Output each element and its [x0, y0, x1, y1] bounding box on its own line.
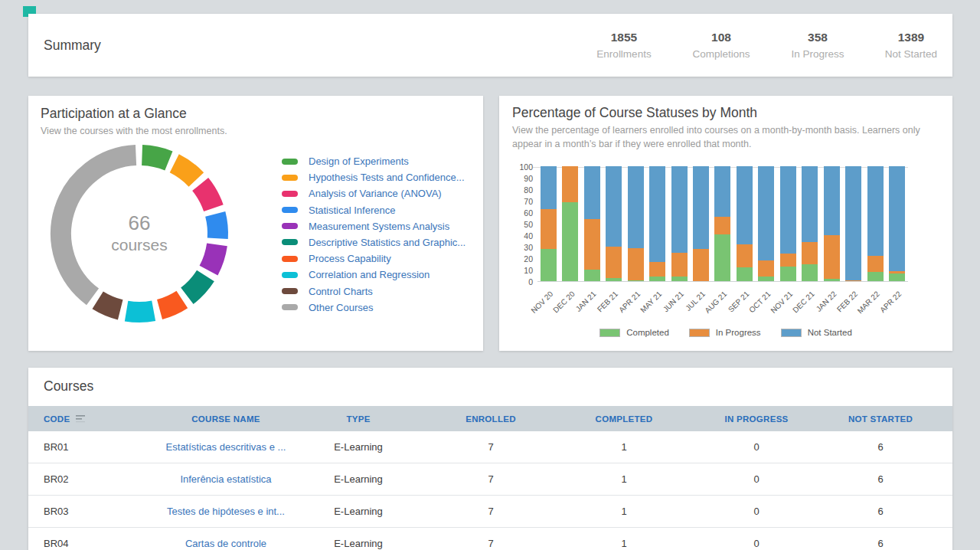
summary-stat: 358In Progress: [764, 31, 871, 60]
column-header-in-progress[interactable]: IN PROGRESS: [682, 414, 831, 424]
stacked-bar[interactable]: [714, 166, 730, 281]
donut-segment[interactable]: [142, 156, 169, 161]
course-link[interactable]: Inferência estatística: [180, 473, 271, 485]
column-header-not-started[interactable]: NOT STARTED: [831, 414, 930, 424]
stacked-bar[interactable]: [693, 166, 709, 281]
legend-item-label[interactable]: Measurement Systems Analysis: [309, 221, 449, 232]
bar-segment-in-progress[interactable]: [606, 247, 622, 278]
bar-segment-in-progress[interactable]: [671, 253, 688, 277]
legend-item-label[interactable]: Analysis of Variance (ANOVA): [309, 188, 442, 199]
bar-segment-in-progress[interactable]: [824, 235, 840, 279]
stacked-bar[interactable]: [562, 166, 578, 281]
bar-segment-completed[interactable]: [758, 277, 774, 281]
bar-segment-completed[interactable]: [541, 249, 557, 281]
stacked-bar[interactable]: [780, 166, 796, 281]
bar-segment-in-progress[interactable]: [584, 219, 600, 270]
stacked-bar[interactable]: [889, 166, 905, 281]
bar-segment-completed[interactable]: [649, 277, 665, 281]
bar-segment-completed[interactable]: [628, 280, 644, 282]
bar-segment-in-progress[interactable]: [737, 244, 753, 267]
bar-segment-not-started[interactable]: [606, 166, 622, 247]
stacked-bar[interactable]: [758, 166, 774, 281]
bar-segment-not-started[interactable]: [758, 166, 774, 260]
bar-segment-completed[interactable]: [889, 273, 905, 282]
bar-segment-not-started[interactable]: [845, 166, 861, 280]
bar-segment-in-progress[interactable]: [758, 260, 774, 277]
bar-segment-not-started[interactable]: [693, 166, 709, 249]
donut-segment[interactable]: [175, 163, 197, 179]
bar-segment-in-progress[interactable]: [780, 254, 796, 267]
bar-segment-completed[interactable]: [714, 234, 730, 282]
stacked-bar[interactable]: [802, 166, 818, 281]
stacked-bar[interactable]: [541, 166, 557, 281]
bar-segment-not-started[interactable]: [649, 166, 665, 262]
bar-segment-not-started[interactable]: [737, 166, 753, 244]
bar-segment-in-progress[interactable]: [867, 256, 884, 272]
donut-segment[interactable]: [201, 184, 214, 208]
bar-segment-in-progress[interactable]: [541, 209, 557, 250]
course-link[interactable]: Cartas de controle: [185, 538, 266, 549]
bar-legend-swatch: [781, 329, 802, 337]
donut-segment[interactable]: [60, 156, 136, 297]
legend-item: Control Charts: [282, 286, 466, 296]
stacked-bar[interactable]: [824, 166, 840, 281]
bar-segment-completed[interactable]: [671, 277, 688, 281]
bar-segment-not-started[interactable]: [889, 166, 905, 271]
course-link[interactable]: Testes de hipóteses e int...: [167, 506, 285, 517]
donut-segment[interactable]: [187, 276, 205, 296]
bar-segment-completed[interactable]: [780, 267, 796, 282]
bar-segment-not-started[interactable]: [802, 166, 818, 242]
bar-segment-not-started[interactable]: [714, 166, 730, 217]
bar-segment-completed[interactable]: [606, 278, 622, 282]
bar-segment-not-started[interactable]: [824, 166, 840, 235]
column-header-course-name[interactable]: COURSE NAME: [151, 414, 301, 424]
legend-item-label[interactable]: Design of Experiments: [309, 156, 409, 167]
bar-segment-in-progress[interactable]: [562, 166, 578, 202]
stacked-bar[interactable]: [737, 166, 753, 281]
stacked-bar[interactable]: [649, 166, 665, 281]
column-header-enrolled[interactable]: ENROLLED: [416, 414, 566, 424]
legend-item-label[interactable]: Statistical Inference: [309, 205, 395, 216]
stacked-bar[interactable]: [867, 166, 884, 281]
donut-segment[interactable]: [126, 311, 154, 313]
bar-segment-in-progress[interactable]: [845, 280, 861, 282]
bar-segment-not-started[interactable]: [584, 166, 600, 219]
stacked-bar[interactable]: [628, 166, 644, 281]
bar-segment-in-progress[interactable]: [802, 242, 818, 264]
bar-segment-completed[interactable]: [584, 270, 600, 281]
bar-segment-completed[interactable]: [562, 202, 578, 282]
bar-segment-in-progress[interactable]: [693, 249, 709, 281]
bar-segment-not-started[interactable]: [628, 166, 644, 248]
sort-icon[interactable]: [76, 414, 86, 423]
donut-segment[interactable]: [98, 300, 121, 310]
stacked-bar[interactable]: [606, 166, 622, 281]
column-header-code[interactable]: CODE: [44, 414, 151, 424]
legend-item-label[interactable]: Control Charts: [309, 286, 373, 297]
column-header-type[interactable]: TYPE: [301, 414, 416, 424]
course-link[interactable]: Estatísticas descritivas e ...: [166, 441, 286, 453]
bar-segment-not-started[interactable]: [780, 166, 796, 254]
legend-item-label[interactable]: Other Courses: [309, 302, 374, 313]
bar-segment-not-started[interactable]: [867, 166, 884, 256]
bar-segment-completed[interactable]: [867, 272, 884, 281]
cell-course-name: Estatísticas descritivas e ...: [151, 441, 301, 453]
bar-segment-not-started[interactable]: [541, 166, 557, 209]
bar-segment-completed[interactable]: [824, 279, 840, 281]
column-header-completed[interactable]: COMPLETED: [566, 414, 682, 424]
donut-segment[interactable]: [209, 244, 217, 270]
bar-segment-not-started[interactable]: [671, 166, 688, 253]
legend-item-label[interactable]: Correlation and Regression: [309, 269, 430, 280]
legend-item-label[interactable]: Descriptive Statistics and Graphic...: [309, 237, 466, 248]
bar-segment-in-progress[interactable]: [714, 217, 730, 234]
stacked-bar[interactable]: [584, 166, 600, 281]
donut-segment[interactable]: [160, 300, 182, 309]
stacked-bar[interactable]: [671, 166, 688, 281]
bar-segment-in-progress[interactable]: [649, 262, 665, 277]
bar-segment-completed[interactable]: [737, 267, 753, 281]
legend-item-label[interactable]: Hypothesis Tests and Confidence...: [309, 172, 465, 183]
bar-segment-in-progress[interactable]: [628, 248, 644, 280]
legend-item-label[interactable]: Process Capability: [309, 253, 391, 264]
donut-segment[interactable]: [215, 214, 217, 238]
stacked-bar[interactable]: [845, 166, 861, 281]
bar-segment-completed[interactable]: [802, 264, 818, 282]
